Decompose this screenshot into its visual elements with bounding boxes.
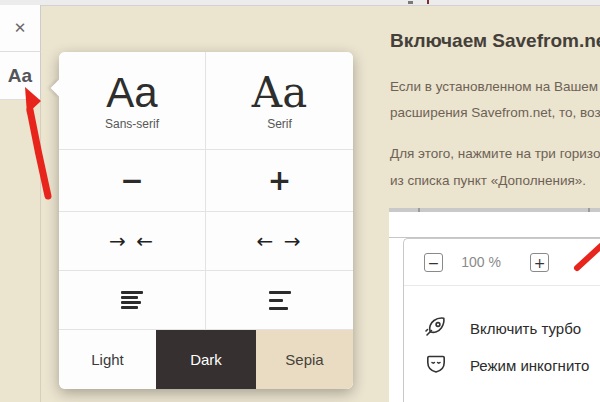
arrows-outward-icon: ← → [257,229,303,253]
sans-serif-sample: Aa [106,71,157,115]
browser-menu-panel: − 100 % + Включить турбо Режим инкогнито [403,238,600,402]
zoom-level-value: 100 % [452,254,510,270]
article-line: Если в установленном на Вашем ко [390,79,600,94]
serif-label: Serif [267,117,292,131]
line-spacing-tight-icon [121,291,143,309]
sans-serif-label: Sans-serif [105,117,159,131]
width-wide-button[interactable]: ← → [206,212,353,271]
plus-icon: + [534,255,546,271]
line-spacing-loose-icon [269,291,291,310]
theme-sepia-button[interactable]: Sepia [256,330,353,389]
font-size-decrease-button[interactable]: − [59,150,206,212]
theme-sepia-label: Sepia [285,351,323,368]
font-sans-serif-button[interactable]: Aa Sans-serif [59,52,206,150]
menu-divider [404,285,600,286]
menu-item-incognito[interactable]: Режим инкогнито C [404,348,600,382]
arrows-inward-icon: → ← [109,229,155,253]
line-spacing-loose-button[interactable] [206,271,353,330]
reader-mode-page: { "reader_toolbar": { "close_icon": "✕",… [0,0,600,402]
plus-icon: + [268,164,291,197]
theme-light-button[interactable]: Light [59,330,156,389]
page-top-strip [0,0,600,6]
theme-light-label: Light [91,351,124,368]
reader-font-settings-button[interactable]: Aa [0,52,41,100]
reader-close-button[interactable]: ✕ [0,5,41,52]
theme-dark-label: Dark [190,351,222,368]
minus-icon: − [428,255,440,271]
article-line: Для этого, нажмите на три горизонт [390,146,600,161]
article-title: Включаем Savefrom.net [390,30,600,52]
article-line: расширения Savefrom.net, то, возмо [390,105,600,120]
theme-dark-button[interactable]: Dark [156,330,256,389]
screenshot-tabstrip [389,208,600,212]
zoom-out-button[interactable]: − [424,253,443,272]
width-narrow-button[interactable]: → ← [59,212,206,271]
cutoff-text-mark [427,0,429,4]
menu-item-turbo[interactable]: Включить турбо [404,311,600,345]
minus-icon: − [120,164,143,197]
serif-sample: Aa [252,71,307,115]
zoom-in-button[interactable]: + [530,253,549,272]
font-serif-button[interactable]: Aa Serif [206,52,353,150]
embedded-browser-screenshot: − 100 % + Включить турбо Режим инкогнито [389,208,600,402]
font-size-increase-button[interactable]: + [206,150,353,212]
cutoff-text-mark [408,1,413,4]
incognito-mask-icon [423,351,449,377]
article-line: из списка пункт «Дополнения». [390,173,586,188]
rocket-icon [423,314,449,340]
menu-item-label: Включить турбо [470,320,581,337]
font-settings-aa-icon: Aa [8,65,32,87]
line-spacing-tight-button[interactable] [59,271,206,330]
menu-item-label: Режим инкогнито [470,357,589,374]
font-settings-popup: Aa Sans-serif Aa Serif − + → ← ← → [59,52,353,389]
close-icon: ✕ [14,19,27,37]
